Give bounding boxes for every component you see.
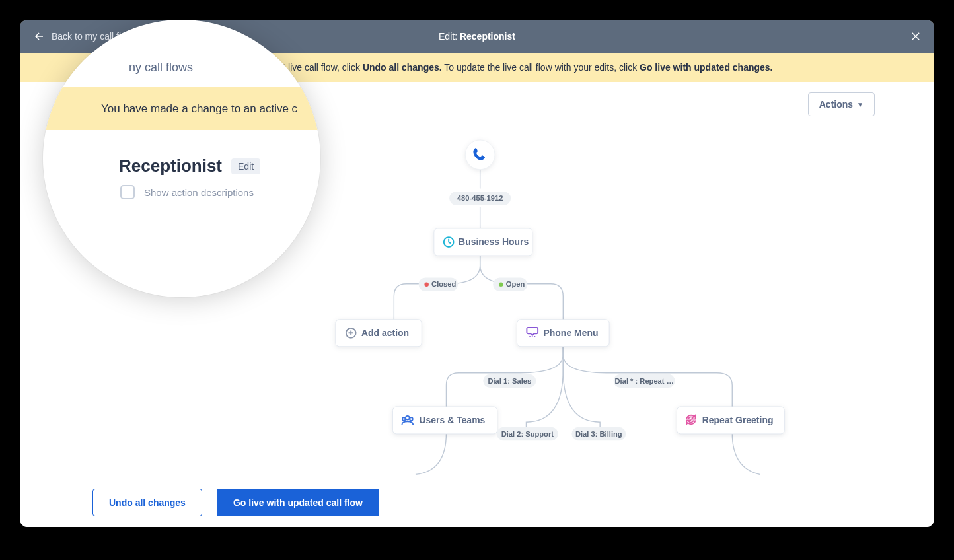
zoom-flow-title: Receptionist [119,156,222,176]
business-hours-label: Business Hours [459,236,529,247]
dial2-label: Dial 2: Support [501,430,554,438]
open-label: Open [506,280,525,288]
undo-all-button[interactable]: Undo all changes [92,489,202,516]
arrow-left-icon [33,30,45,42]
banner-text-2: To update the live call flow with your e… [444,62,640,73]
dial1-label: Dial 1: Sales [488,377,531,385]
magnifier-overlay: ny call flows You have made a change to … [43,20,320,297]
dial3-label: Dial 3: Billing [575,430,622,438]
svg-point-4 [534,336,536,337]
zoom-banner-fragment: You have made a change to an active c [43,87,320,130]
close-button[interactable] [910,20,922,53]
repeat-icon [686,415,695,424]
repeat-greeting-label: Repeat Greeting [702,415,774,425]
svg-point-3 [532,336,533,337]
dial-star-label: Dial * : Repeat … [615,377,674,385]
title-name: Receptionist [460,31,515,42]
phone-menu-label: Phone Menu [544,328,599,338]
start-node[interactable] [465,140,495,170]
footer: Undo all changes Go live with updated ca… [20,477,934,527]
add-action-label: Add action [361,328,409,338]
go-live-button[interactable]: Go live with updated call flow [217,489,379,516]
banner-bold-2: Go live with updated changes. [640,62,772,73]
phone-number-text: 480-455-1912 [457,194,503,202]
page-title: Edit: Receptionist [439,31,515,42]
closed-label: Closed [431,280,456,288]
closed-dot-icon [424,282,429,287]
app-window: Back to my call flows Edit: Receptionist… [20,20,934,527]
zoom-back-fragment: ny call flows [129,61,193,75]
svg-point-2 [529,336,531,337]
title-prefix: Edit: [439,31,460,42]
banner-bold-1: Undo all changes. [363,62,442,73]
close-icon [910,30,922,42]
users-teams-label: Users & Teams [420,415,486,425]
open-dot-icon [499,282,503,287]
show-descriptions-checkbox[interactable] [120,185,135,199]
edit-title-button[interactable]: Edit [231,158,260,174]
show-descriptions-label: Show action descriptions [144,187,254,198]
